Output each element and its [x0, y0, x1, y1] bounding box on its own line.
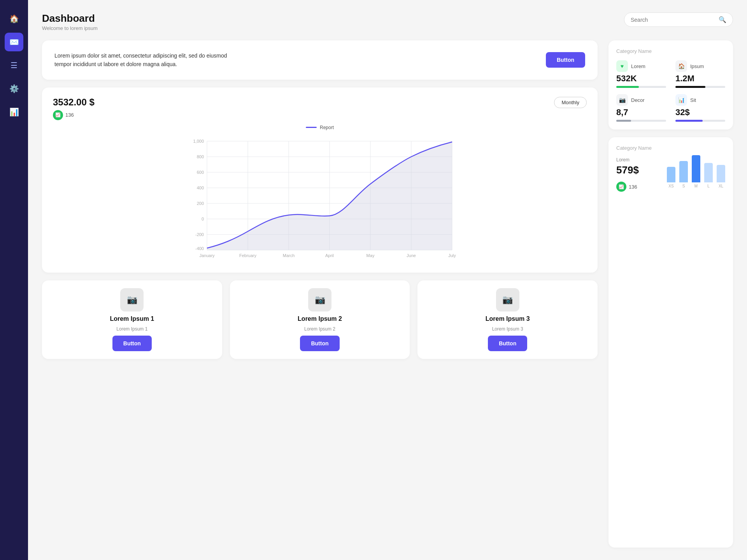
sidebar-item-mail[interactable]: ✉️	[5, 33, 23, 51]
svg-text:February: February	[239, 253, 257, 258]
chart-info: 3532.00 $ 📈 136	[53, 97, 95, 120]
legend-line	[306, 127, 317, 128]
svg-text:200: 200	[197, 201, 204, 206]
cat-icon-decor: 📷	[616, 94, 628, 106]
header: Dashboard Welcome to lorem ipsum 🔍	[42, 12, 733, 31]
card-title-1: Lorem Ipsum 1	[110, 315, 154, 322]
bar-item: S	[679, 161, 688, 188]
svg-text:January: January	[199, 253, 215, 258]
bar-item: XS	[667, 167, 675, 188]
card-button-3[interactable]: Button	[488, 336, 527, 351]
content-grid: Lorem ipsum dolor sit amet, consectetur …	[42, 40, 733, 548]
progress-ipsum	[675, 86, 725, 88]
cat-item-header-lorem: ♥ Lorem	[616, 60, 666, 72]
bar-rect	[704, 163, 713, 182]
card-image-3: 📷	[496, 288, 519, 312]
mini-bar-chart: XSSMLXL	[667, 157, 725, 188]
cat-icon-ipsum: 🏠	[675, 60, 687, 72]
category-section-2: Category Name Lorem 579$ 📈 136 XSSMLXL	[608, 137, 733, 548]
category-title-2: Category Name	[616, 145, 725, 151]
chart-header: 3532.00 $ 📈 136 Monthly	[53, 97, 587, 120]
progress-fill-ipsum	[675, 86, 705, 88]
bar-item: XL	[717, 165, 725, 188]
bar-item: L	[704, 163, 713, 188]
cat2-badge-num: 136	[629, 184, 637, 190]
banner-text: Lorem ipsum dolor sit amet, consectetur …	[54, 51, 241, 69]
svg-text:May: May	[366, 253, 375, 258]
sidebar: 🏠 ✉️ ☰ ⚙️ 📊	[0, 0, 28, 560]
category-section-1: Category Name ♥ Lorem 532K	[608, 40, 733, 130]
svg-text:600: 600	[197, 170, 204, 175]
svg-text:July: July	[448, 253, 456, 258]
right-column: Category Name ♥ Lorem 532K	[608, 40, 733, 548]
chart-value: 3532.00 $	[53, 97, 95, 108]
card-title-3: Lorem Ipsum 3	[486, 315, 530, 322]
card-button-1[interactable]: Button	[112, 336, 152, 351]
bar-label: S	[682, 184, 685, 188]
svg-text:400: 400	[197, 186, 204, 190]
search-box[interactable]: 🔍	[624, 12, 733, 27]
card-subtitle-2: Lorem Ipsum 2	[304, 326, 335, 332]
search-icon: 🔍	[719, 16, 726, 23]
line-chart: 1,000 800 600 400 200 0 -200 -400 Janua	[53, 133, 587, 262]
badge-icon: 📈	[53, 110, 63, 120]
cat-label-ipsum: Ipsum	[690, 63, 704, 69]
progress-fill-decor	[616, 120, 631, 122]
cat-label-lorem: Lorem	[631, 63, 645, 69]
cat-icon-lorem: ♥	[616, 60, 628, 72]
legend-label: Report	[320, 125, 334, 130]
svg-text:March: March	[283, 253, 295, 258]
category-title-1: Category Name	[616, 48, 725, 54]
menu-icon: ☰	[11, 61, 18, 70]
sidebar-item-home[interactable]: 🏠	[5, 9, 23, 28]
monthly-button[interactable]: Monthly	[554, 97, 587, 108]
cat2-badge: 📈 136	[616, 182, 637, 192]
cat-value-decor: 8,7	[616, 107, 666, 117]
banner-button[interactable]: Button	[546, 52, 585, 68]
progress-lorem	[616, 86, 666, 88]
cat2-left: Lorem 579$ 📈 136	[616, 157, 639, 192]
main-content: Dashboard Welcome to lorem ipsum 🔍 Lorem…	[28, 0, 747, 560]
sidebar-item-chart[interactable]: 📊	[5, 103, 23, 121]
cat-label-decor: Decor	[631, 97, 645, 103]
progress-fill-lorem	[616, 86, 639, 88]
progress-decor	[616, 120, 666, 122]
cat-item-lorem: ♥ Lorem 532K	[616, 60, 666, 88]
bar-item: M	[692, 155, 700, 188]
bottom-card-1: 📷 Lorem Ipsum 1 Lorem Ipsum 1 Button	[42, 280, 222, 359]
chart-svg-wrap: 1,000 800 600 400 200 0 -200 -400 Janua	[53, 133, 587, 263]
bar-label: XS	[668, 184, 673, 188]
card-button-2[interactable]: Button	[300, 336, 339, 351]
sidebar-item-menu[interactable]: ☰	[5, 56, 23, 75]
cat2-value: 579$	[616, 164, 639, 176]
card-subtitle-3: Lorem Ipsum 3	[492, 326, 523, 332]
page-subtitle: Welcome to lorem ipsum	[42, 25, 98, 31]
sidebar-item-settings[interactable]: ⚙️	[5, 79, 23, 98]
cat-item-sit: 📊 Sit 32$	[675, 94, 725, 122]
svg-text:-200: -200	[195, 232, 204, 237]
chart-icon: 📊	[9, 107, 19, 117]
badge-number: 136	[65, 112, 74, 118]
cat2-badge-icon: 📈	[616, 182, 626, 192]
cat2-sub-label: Lorem	[616, 157, 639, 163]
cat-item-header-sit: 📊 Sit	[675, 94, 725, 106]
mail-icon: ✉️	[9, 37, 19, 47]
bar-label: XL	[719, 184, 723, 188]
settings-icon: ⚙️	[9, 84, 19, 93]
bottom-card-3: 📷 Lorem Ipsum 3 Lorem Ipsum 3 Button	[417, 280, 598, 359]
chart-card: 3532.00 $ 📈 136 Monthly Report	[42, 88, 598, 273]
bar-rect	[679, 161, 688, 182]
chart-badge: 📈 136	[53, 110, 74, 120]
card-title-2: Lorem Ipsum 2	[298, 315, 342, 322]
svg-text:April: April	[325, 253, 334, 258]
banner-card: Lorem ipsum dolor sit amet, consectetur …	[42, 40, 598, 80]
bar-label: L	[707, 184, 710, 188]
cat-item-header-decor: 📷 Decor	[616, 94, 666, 106]
cat-value-sit: 32$	[675, 107, 725, 117]
category-grid-1: ♥ Lorem 532K 🏠 Ipsum 1.2M	[616, 60, 725, 122]
header-left: Dashboard Welcome to lorem ipsum	[42, 12, 98, 31]
search-input[interactable]	[631, 17, 715, 23]
bottom-cards: 📷 Lorem Ipsum 1 Lorem Ipsum 1 Button 📷 L…	[42, 280, 598, 359]
bar-rect	[692, 155, 700, 182]
cat2-header: Lorem 579$ 📈 136 XSSMLXL	[616, 157, 725, 192]
